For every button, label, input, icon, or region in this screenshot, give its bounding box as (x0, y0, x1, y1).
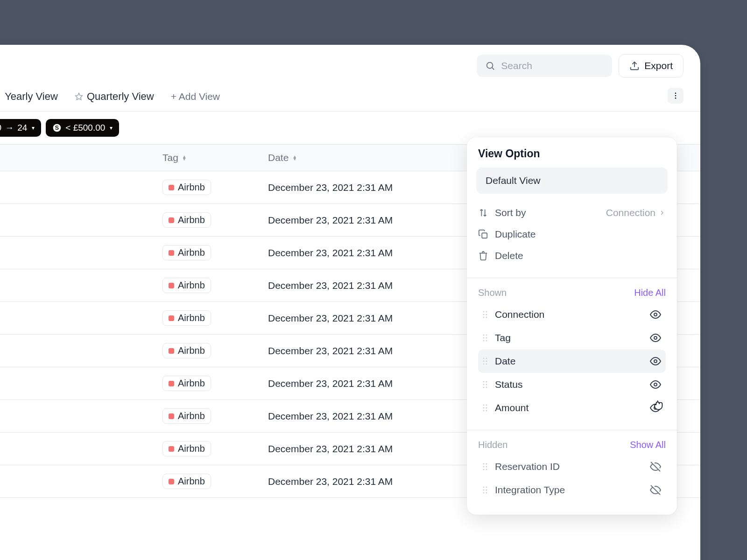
shown-column-date[interactable]: Date (478, 350, 666, 373)
view-option-popover: View Option Default View Sort by Connect… (467, 137, 677, 515)
svg-point-38 (483, 405, 485, 406)
svg-point-56 (483, 492, 485, 494)
date-cell: December 23, 2021 2:31 AM (268, 313, 393, 324)
date-cell: December 23, 2021 2:31 AM (268, 476, 393, 487)
tag-color-dot (169, 479, 174, 484)
sort-by-action[interactable]: Sort by Connection (478, 202, 666, 224)
add-view-button[interactable]: + Add View (171, 91, 220, 111)
visibility-toggle[interactable] (649, 308, 662, 321)
hidden-column-integration-type[interactable]: Integration Type (478, 478, 666, 502)
arrow-right-icon: → (5, 123, 14, 133)
export-button[interactable]: Export (619, 54, 684, 77)
tag-badge[interactable]: Airbnb (162, 245, 211, 260)
svg-line-1 (492, 68, 494, 70)
more-menu-button[interactable] (668, 88, 684, 104)
visibility-toggle[interactable] (649, 378, 662, 391)
svg-point-0 (487, 63, 493, 69)
svg-point-24 (483, 358, 485, 359)
svg-point-21 (483, 340, 485, 342)
tag-color-dot (169, 185, 174, 190)
tag-color-dot (169, 217, 174, 223)
duplicate-action[interactable]: Duplicate (478, 224, 666, 245)
chevron-right-icon (658, 209, 666, 217)
tag-badge[interactable]: Airbnb (162, 441, 211, 456)
export-label: Export (644, 60, 673, 71)
tag-badge[interactable]: Airbnb (162, 278, 211, 293)
svg-point-6 (675, 98, 677, 99)
svg-point-17 (483, 335, 485, 336)
hidden-title: Hidden (478, 440, 507, 450)
svg-point-54 (483, 490, 485, 491)
caret-down-icon: ▾ (32, 125, 35, 131)
svg-point-29 (486, 364, 487, 365)
tag-badge[interactable]: Airbnb (162, 180, 211, 195)
drag-handle-icon[interactable] (482, 380, 488, 389)
tab-yearly-view[interactable]: Yearly View (5, 91, 58, 111)
svg-point-44 (654, 406, 657, 409)
drag-handle-icon[interactable] (482, 357, 488, 366)
svg-point-35 (483, 387, 485, 388)
default-view-option[interactable]: Default View (476, 168, 668, 194)
visibility-toggle[interactable] (649, 331, 662, 344)
show-all-button[interactable]: Show All (630, 440, 666, 450)
tag-badge[interactable]: Airbnb (162, 408, 211, 424)
tag-badge[interactable]: Airbnb (162, 343, 211, 358)
sort-icon (478, 208, 488, 218)
date-cell: December 23, 2021 2:31 AM (268, 215, 393, 226)
drag-handle-icon[interactable] (482, 403, 488, 413)
tag-badge[interactable]: Airbnb (162, 376, 211, 391)
svg-rect-9 (482, 233, 487, 238)
tag-badge[interactable]: Airbnb (162, 212, 211, 228)
tag-badge[interactable]: Airbnb (162, 474, 211, 489)
svg-point-36 (486, 387, 487, 388)
svg-point-42 (483, 410, 485, 412)
visibility-toggle[interactable] (649, 483, 662, 497)
svg-point-39 (486, 405, 487, 406)
shown-column-tag[interactable]: Tag (478, 326, 666, 350)
duplicate-icon (478, 229, 488, 239)
search-box[interactable] (477, 55, 612, 77)
trash-icon (478, 251, 488, 261)
drag-handle-icon[interactable] (482, 462, 488, 471)
svg-point-22 (486, 340, 487, 342)
column-header-tag[interactable]: Tag ▲▼ (162, 152, 268, 163)
svg-point-52 (483, 487, 485, 488)
svg-point-32 (486, 381, 487, 383)
delete-action[interactable]: Delete (478, 245, 666, 266)
svg-point-18 (486, 335, 487, 336)
tag-color-dot (169, 446, 174, 452)
star-icon (75, 92, 83, 101)
svg-point-27 (486, 361, 487, 362)
filter-amount[interactable]: S < £500.00 ▾ (46, 119, 119, 137)
visibility-toggle[interactable] (649, 355, 662, 368)
view-actions: Sort by Connection Duplicate Delete (467, 194, 677, 278)
shown-column-connection[interactable]: Connection (478, 303, 666, 326)
visibility-toggle[interactable] (649, 401, 662, 414)
date-cell: December 23, 2021 2:31 AM (268, 182, 393, 193)
svg-point-19 (483, 337, 485, 339)
shown-column-amount[interactable]: Amount (478, 396, 666, 420)
tab-quarterly-view[interactable]: Quarterly View (75, 91, 154, 111)
svg-point-46 (486, 463, 487, 465)
filter-date-range[interactable]: 20 → 24 ▾ (0, 119, 41, 137)
search-input[interactable] (501, 60, 604, 71)
visibility-toggle[interactable] (649, 460, 662, 473)
date-cell: December 23, 2021 2:31 AM (268, 345, 393, 357)
drag-handle-icon[interactable] (482, 333, 488, 343)
svg-point-20 (486, 337, 487, 339)
popover-title: View Option (467, 147, 677, 168)
svg-point-10 (483, 311, 485, 313)
tag-badge[interactable]: Airbnb (162, 310, 211, 326)
dots-vertical-icon (671, 91, 680, 100)
drag-handle-icon[interactable] (482, 485, 488, 495)
date-cell: December 23, 2021 2:31 AM (268, 378, 393, 389)
drag-handle-icon[interactable] (482, 310, 488, 319)
svg-text:S: S (55, 125, 59, 131)
column-header-date[interactable]: Date ▲▼ (268, 152, 297, 163)
hide-all-button[interactable]: Hide All (634, 287, 666, 298)
svg-point-37 (654, 383, 657, 386)
shown-column-status[interactable]: Status (478, 373, 666, 396)
sort-by-value: Connection (606, 207, 666, 218)
hidden-column-reservation-id[interactable]: Reservation ID (478, 455, 666, 478)
svg-point-28 (483, 364, 485, 365)
